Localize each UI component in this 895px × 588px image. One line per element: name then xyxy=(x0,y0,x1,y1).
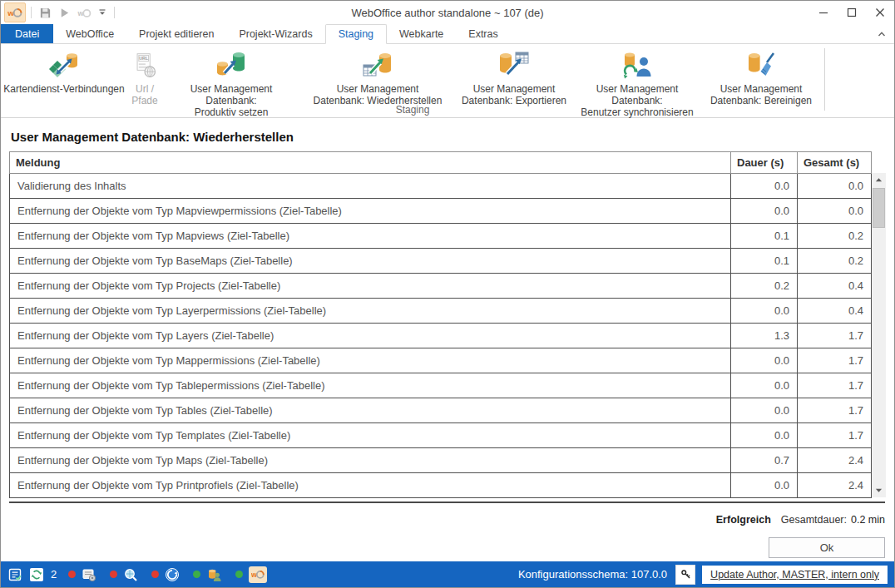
status-dot-red-icon xyxy=(151,571,159,578)
gesamt-cell: 1.7 xyxy=(798,348,872,373)
tab-projekt-editieren[interactable]: Projekt editieren xyxy=(126,24,226,43)
kartendienst-verbindungen-button[interactable]: Kartendienst-Verbindungen xyxy=(1,48,127,96)
table-row[interactable]: Entfernung der Objekte vom Typ Tableperm… xyxy=(10,373,872,398)
weboffice-logo-icon: w xyxy=(251,569,265,580)
scroll-up-arrow-icon xyxy=(875,176,883,184)
minimize-button[interactable] xyxy=(809,1,838,24)
license-key-button[interactable] xyxy=(675,565,695,585)
key-icon xyxy=(680,569,691,580)
tab-projekt-wizards[interactable]: Projekt-Wizards xyxy=(226,24,324,43)
table-row[interactable]: Entfernung der Objekte vom Typ Mappermis… xyxy=(10,348,872,373)
message-cell: Entfernung der Objekte vom Typ Templates… xyxy=(10,423,731,448)
umdb-exportieren-button[interactable]: User ManagementDatenbank: Exportieren xyxy=(455,48,573,107)
service-indicator-web xyxy=(151,567,180,582)
weboffice-action-button-disabled: w xyxy=(75,3,94,22)
table-row[interactable]: Entfernung der Objekte vom Typ Layerperm… xyxy=(10,299,872,324)
table-row[interactable]: Validierung des Inhalts0.00.0 xyxy=(10,174,872,199)
weboffice-logo-icon: w xyxy=(7,7,22,18)
toolbar-separator xyxy=(31,7,32,18)
database-promote-icon xyxy=(215,49,247,82)
column-header: Meldung xyxy=(10,152,731,174)
play-icon xyxy=(58,7,71,19)
dauer-cell: 0.0 xyxy=(731,199,798,224)
scroll-down-button[interactable] xyxy=(872,483,886,497)
gesamt-cell: 2.4 xyxy=(798,473,872,498)
ribbon-button-label: User ManagementDatenbank: Bereinigen xyxy=(710,83,812,106)
ribbon-button-label: Url /Pfade xyxy=(131,83,157,106)
message-cell: Entfernung der Objekte vom Typ Mapviewpe… xyxy=(10,199,731,224)
update-author-link[interactable]: Update Author, MASTER, intern only xyxy=(702,566,888,584)
close-button[interactable] xyxy=(866,1,894,24)
table-row[interactable]: Entfernung der Objekte vom Typ Layers (Z… xyxy=(10,324,872,348)
chevron-up-icon xyxy=(877,29,887,39)
vertical-scrollbar[interactable] xyxy=(872,173,886,497)
gesamt-cell: 0.2 xyxy=(798,224,872,249)
table-row[interactable]: Entfernung der Objekte vom Typ BaseMaps … xyxy=(10,249,872,274)
umdb-bereinigen-button[interactable]: User ManagementDatenbank: Bereinigen xyxy=(701,48,821,107)
message-cell: Entfernung der Objekte vom Typ Tables (Z… xyxy=(10,398,731,423)
scroll-up-button[interactable] xyxy=(872,173,886,187)
table-row[interactable]: Entfernung der Objekte vom Typ Mapviewpe… xyxy=(10,199,872,224)
save-icon xyxy=(39,7,52,19)
umdb-wiederherstellen-button[interactable]: User ManagementDatenbank: Wiederherstell… xyxy=(300,48,455,107)
tab-weboffice[interactable]: WebOffice xyxy=(53,24,126,43)
message-cell: Entfernung der Objekte vom Typ Projects … xyxy=(10,274,731,299)
dauer-cell: 0.0 xyxy=(731,423,798,448)
window-controls xyxy=(809,1,894,24)
table-row[interactable]: Entfernung der Objekte vom Typ Printprof… xyxy=(10,473,872,498)
weboffice-gray-icon: w xyxy=(77,7,91,18)
statusbar-right: Konfigurationsschema: 107.0.0 Update Aut… xyxy=(518,565,888,585)
results-table-body: Validierung des Inhalts0.00.0Entfernung … xyxy=(10,174,872,498)
minimize-icon xyxy=(818,7,828,17)
dauer-cell: 0.1 xyxy=(731,249,798,274)
gesamt-cell: 1.7 xyxy=(798,398,872,423)
dauer-cell: 0.0 xyxy=(731,473,798,498)
gesamt-cell: 2.4 xyxy=(798,448,872,473)
maximize-icon xyxy=(847,7,857,17)
server-gear-icon xyxy=(82,567,96,582)
dauer-cell: 1.3 xyxy=(731,324,798,348)
service-indicator-search xyxy=(110,567,138,582)
database-restore-icon xyxy=(362,49,393,82)
status-dot-red-icon xyxy=(68,571,76,578)
toolbar-separator xyxy=(114,7,115,18)
dauer-cell: 0.0 xyxy=(731,348,798,373)
tab-datei[interactable]: Datei xyxy=(1,24,53,43)
dauer-cell: 0.0 xyxy=(731,299,798,324)
save-button[interactable] xyxy=(37,3,54,22)
update-author-text: Update Author, MASTER, intern only xyxy=(710,569,879,581)
table-row[interactable]: Entfernung der Objekte vom Typ Tables (Z… xyxy=(10,398,872,423)
table-row[interactable]: Entfernung der Objekte vom Typ Templates… xyxy=(10,423,872,448)
ok-button[interactable]: Ok xyxy=(769,537,885,558)
message-cell: Entfernung der Objekte vom Typ Layerperm… xyxy=(10,299,731,324)
collapse-ribbon-button[interactable] xyxy=(869,24,894,43)
gesamt-cell: 0.2 xyxy=(798,249,872,274)
table-row[interactable]: Entfernung der Objekte vom Typ Mapviews … xyxy=(10,224,872,249)
tab-extras[interactable]: Extras xyxy=(456,24,510,43)
tab-staging[interactable]: Staging xyxy=(325,24,387,44)
configuration-schema-text: Konfigurationsschema: 107.0.0 xyxy=(518,568,667,581)
refresh-status-button[interactable] xyxy=(29,567,44,582)
ribbon: Kartendienst-Verbindungen URL Url /Pfade xyxy=(1,44,894,118)
customize-toolbar-button[interactable] xyxy=(96,3,109,22)
tab-webkarte[interactable]: Webkarte xyxy=(387,24,456,43)
url-document-globe-icon: URL xyxy=(131,49,159,82)
gesamt-cell: 0.0 xyxy=(798,199,872,224)
scrollbar-thumb[interactable] xyxy=(873,188,885,228)
message-cell: Entfernung der Objekte vom Typ Printprof… xyxy=(10,473,731,498)
window-title: WebOffice author standalone ~ 107 (de) xyxy=(1,7,894,19)
app-logo-button[interactable]: w xyxy=(4,2,26,22)
run-button[interactable] xyxy=(56,3,73,22)
log-panel-button[interactable] xyxy=(7,567,22,582)
service-indicator-config xyxy=(68,567,96,582)
results-table-area: MeldungDauer (s)Gesamt (s) Validierung d… xyxy=(9,151,885,503)
status-badge: Erfolgreich xyxy=(716,514,771,526)
status-dot-green-icon xyxy=(193,571,200,578)
map-database-icon xyxy=(48,49,80,82)
maximize-button[interactable] xyxy=(838,1,866,24)
table-row[interactable]: Entfernung der Objekte vom Typ Projects … xyxy=(10,274,872,299)
notification-count: 2 xyxy=(51,568,57,581)
globe-compass-icon xyxy=(165,567,180,582)
table-row[interactable]: Entfernung der Objekte vom Typ Maps (Zie… xyxy=(10,448,872,473)
page-title: User Management Datenbank: Wiederherstel… xyxy=(11,130,886,144)
